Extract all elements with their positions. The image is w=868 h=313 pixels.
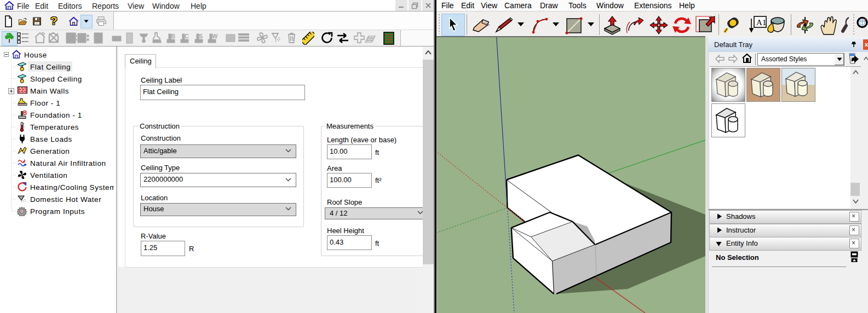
svg-text:B: B — [171, 33, 175, 39]
svg-text:W: W — [212, 33, 218, 39]
svg-text:S: S — [199, 33, 203, 39]
svg-text:B: B — [23, 110, 27, 116]
svg-text:C: C — [185, 33, 189, 39]
svg-text:A1: A1 — [756, 18, 766, 27]
